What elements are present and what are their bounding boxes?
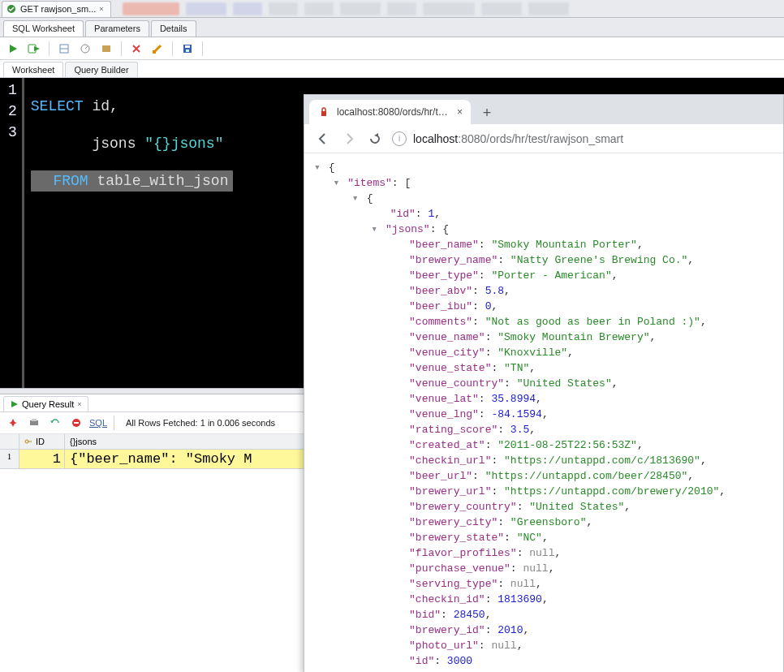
column-label: {}jsons	[70, 437, 97, 446]
tab-worksheet[interactable]: Worksheet	[3, 62, 63, 77]
address-bar[interactable]: i localhost:8080/ords/hr/test/rawjson_sm…	[392, 131, 623, 146]
background-tab[interactable]	[481, 2, 522, 15]
tab-parameters[interactable]: Parameters	[85, 20, 149, 37]
json-key: "beer_abv"	[409, 285, 472, 297]
back-button[interactable]	[314, 130, 332, 148]
json-key: "created_at"	[409, 439, 485, 451]
json-key: "items"	[347, 177, 392, 189]
json-value: null	[529, 547, 554, 559]
json-value: "United States"	[517, 377, 612, 390]
code-content[interactable]: SELECT id, jsons "{}jsons" FROM table_wi…	[24, 78, 237, 388]
json-viewer[interactable]: ▾ { ▾ "items": [ ▾ { "id": 1, ▾ "jsons":…	[304, 153, 783, 672]
autotrace-button[interactable]	[77, 41, 93, 57]
json-value: null	[510, 578, 536, 590]
background-tab[interactable]	[304, 2, 334, 15]
tab-query-result[interactable]: Query Result ×	[3, 396, 88, 411]
background-tab[interactable]	[123, 2, 179, 15]
background-tab[interactable]	[423, 2, 475, 15]
json-value: 28450	[454, 609, 485, 621]
tab-query-builder[interactable]: Query Builder	[65, 62, 137, 77]
result-tab-close[interactable]: ×	[77, 400, 81, 408]
worksheet-tabs: Worksheet Query Builder	[0, 60, 784, 78]
json-value: 5.8	[485, 285, 504, 297]
explain-plan-button[interactable]	[56, 41, 72, 57]
save-button[interactable]	[179, 41, 196, 57]
json-key: "beer_name"	[409, 239, 479, 251]
json-key: "brewery_state"	[409, 532, 504, 544]
json-key: "beer_type"	[409, 269, 479, 282]
json-key: "brewery_id"	[409, 624, 485, 636]
background-tab[interactable]	[528, 2, 569, 15]
toolbar-separator	[114, 416, 114, 430]
json-key: "venue_name"	[409, 331, 485, 343]
svg-marker-1	[10, 45, 17, 53]
sql-link[interactable]: SQL	[89, 418, 107, 428]
clear-button[interactable]	[128, 41, 144, 57]
reload-button[interactable]	[366, 130, 384, 148]
sql-toolbar	[0, 37, 784, 60]
toolbar-separator	[202, 41, 203, 56]
grid-header-id[interactable]: ID	[19, 434, 65, 449]
line-number-gutter: 1 2 3	[0, 78, 24, 388]
json-value: "Smoky Mountain Porter"	[491, 239, 636, 251]
browser-window: localhost:8080/ords/hr/test/rawj × + i l…	[304, 94, 784, 672]
sql-tuning-button[interactable]	[98, 41, 114, 57]
disclose-icon[interactable]: ▾	[352, 191, 360, 206]
json-key: "brewery_url"	[409, 485, 491, 498]
cancel-query-button[interactable]	[68, 415, 84, 431]
editor-tab-title: GET rawjson_sm...	[20, 4, 96, 14]
cell-id[interactable]: 1	[19, 450, 65, 468]
disclose-icon[interactable]: ▾	[333, 175, 341, 191]
background-tab[interactable]	[186, 2, 226, 15]
editor-tab-close[interactable]: ×	[99, 5, 103, 13]
site-info-icon[interactable]: i	[392, 131, 407, 146]
background-tab[interactable]	[233, 2, 262, 15]
sql-identifier: table_with_json	[88, 173, 229, 189]
svg-marker-12	[11, 401, 18, 407]
toolbar-separator	[172, 41, 173, 56]
json-value: "TN"	[504, 362, 529, 374]
background-tab[interactable]	[269, 2, 298, 15]
json-brace: {	[329, 162, 335, 174]
json-key: "photo_url"	[409, 640, 479, 652]
rest-service-icon	[6, 3, 17, 15]
svg-rect-17	[74, 422, 79, 424]
json-key: "checkin_id"	[409, 593, 485, 605]
json-value: "Smoky Mountain Brewery"	[498, 331, 649, 343]
json-key: "id"	[409, 655, 434, 667]
favicon-icon	[317, 106, 330, 118]
line-number: 2	[8, 101, 17, 122]
disclose-icon[interactable]: ▾	[314, 160, 322, 175]
browser-tab[interactable]: localhost:8080/ords/hr/test/rawj ×	[309, 100, 471, 124]
forward-button[interactable]	[340, 130, 358, 148]
tab-sql-worksheet[interactable]: SQL Worksheet	[3, 20, 84, 37]
format-button[interactable]	[149, 41, 166, 57]
json-key: "venue_state"	[409, 362, 491, 374]
json-value: "Porter - American"	[491, 269, 611, 282]
editor-tabs-bar: GET rawjson_sm... ×	[0, 0, 784, 18]
json-key: "brewery_name"	[409, 254, 498, 266]
tab-details[interactable]: Details	[151, 20, 196, 37]
grid-header-rownum	[0, 434, 19, 449]
url-host: localhost	[413, 132, 458, 145]
json-key: "venue_lat"	[409, 393, 479, 405]
json-value: -84.1594	[491, 408, 541, 420]
browser-tab-close[interactable]: ×	[457, 106, 463, 118]
editor-tab-active[interactable]: GET rawjson_sm... ×	[2, 1, 111, 17]
json-value: "2011-08-25T22:56:53Z"	[498, 439, 637, 451]
json-key: "beer_ibu"	[409, 300, 472, 312]
browser-tab-title: localhost:8080/ords/hr/test/rawj	[337, 106, 450, 118]
background-tab[interactable]	[340, 2, 381, 15]
sql-keyword: SELECT	[31, 98, 84, 114]
json-key: "flavor_profiles"	[409, 547, 517, 559]
refresh-button[interactable]	[47, 415, 63, 431]
new-tab-button[interactable]: +	[476, 101, 498, 124]
print-button[interactable]	[26, 415, 42, 431]
run-statement-button[interactable]	[5, 41, 21, 57]
disclose-icon[interactable]: ▾	[371, 222, 379, 237]
json-value: "Not as good as beer in Poland :)"	[485, 316, 700, 328]
run-script-button[interactable]	[26, 41, 42, 57]
pin-button[interactable]	[5, 415, 21, 431]
background-tab[interactable]	[387, 2, 416, 15]
json-punct: : [	[392, 177, 411, 189]
